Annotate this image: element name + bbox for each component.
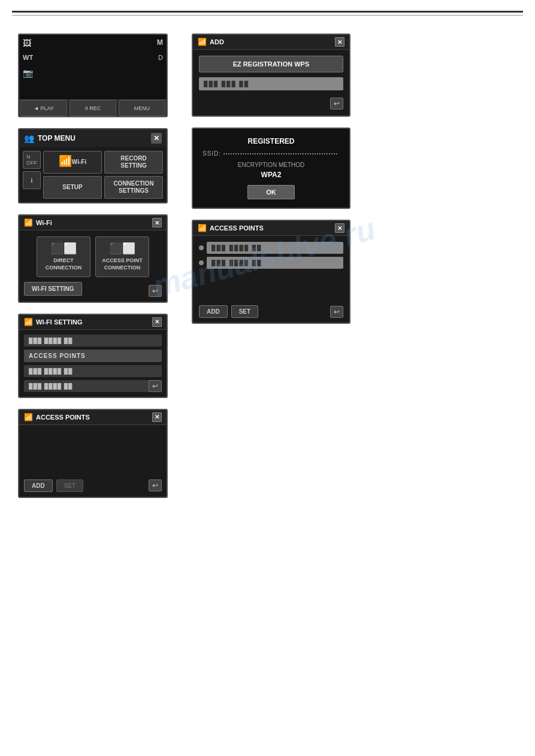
wifi-body: ⬛⬜ DIRECT CONNECTION ⬛⬜ ACCESS POINT CON… <box>19 230 167 302</box>
add-field[interactable]: ███ ███ ██ <box>199 77 343 90</box>
access-points-screen-right: 📶 ACCESS POINTS ✕ ███ ████ ██ ███ ████ █… <box>192 220 350 324</box>
ok-button[interactable]: OK <box>247 185 295 199</box>
wt-label: WT <box>23 54 33 61</box>
direct-connection-button[interactable]: ⬛⬜ DIRECT CONNECTION <box>37 236 90 277</box>
registered-screen: REGISTERED SSID: ENCRYPTION METHOD WPA2 … <box>192 127 350 209</box>
ssid-row: SSID: <box>202 150 340 157</box>
ap-icon: ⬛⬜ <box>99 242 145 256</box>
topmenu-close-button[interactable]: ✕ <box>151 133 162 144</box>
ap-add-button[interactable]: ADD <box>24 479 53 492</box>
topmenu-header: 👥 TOP MENU ✕ <box>19 129 167 147</box>
enc-value: WPA2 <box>261 171 282 179</box>
viewfinder-screen: 🖼 M WT D 📷 ◄ PLAY II REC MENU <box>18 34 168 117</box>
add-wifi-icon: 📶 <box>198 38 207 46</box>
wifi-cell-label: Wi-Fi <box>72 159 86 166</box>
ap-empty-area <box>24 430 162 475</box>
noff-icon: NOFF <box>26 154 37 166</box>
wifi-setting-button[interactable]: WI-FI SETTING <box>24 282 82 296</box>
left-column: 🖼 M WT D 📷 ◄ PLAY II REC MENU 👥 TOP MENU… <box>18 34 174 498</box>
ap-label: ACCESS POINT CONNECTION <box>99 257 145 271</box>
add-close-button[interactable]: ✕ <box>335 37 344 47</box>
wifi-header: 📶 Wi-Fi ✕ <box>19 215 167 230</box>
ap-left-body: ADD SET ↩ <box>19 425 167 497</box>
wifisetting-item2[interactable]: ACCESS POINTS <box>24 350 162 362</box>
wifi-screen: 📶 Wi-Fi ✕ ⬛⬜ DIRECT CONNECTION ⬛⬜ ACCESS… <box>18 214 168 303</box>
add-title: ADD <box>210 38 224 45</box>
topmenu-icon-noff[interactable]: NOFF <box>23 151 41 169</box>
connection-label: CONNECTION SETTINGS <box>113 180 153 195</box>
direct-icon: ⬛⬜ <box>41 242 86 256</box>
add-back-button[interactable]: ↩ <box>330 98 343 110</box>
apr-item2[interactable]: ███ ████ ██ <box>199 257 343 269</box>
topmenu-icon-info[interactable]: ℹ <box>23 171 41 189</box>
d-label: D <box>158 54 163 61</box>
apr-body: ███ ████ ██ ███ ████ ██ <box>193 236 349 302</box>
registered-title: REGISTERED <box>247 137 294 145</box>
topmenu-grid: 📶 Wi-Fi RECORD SETTING SETUP CONNECTION … <box>43 151 163 199</box>
wifi-buttons-row: ⬛⬜ DIRECT CONNECTION ⬛⬜ ACCESS POINT CON… <box>24 236 162 277</box>
wifisetting-back-button[interactable]: ↩ <box>149 380 162 392</box>
camera-icon: 📷 <box>23 68 33 78</box>
apr-set-button[interactable]: SET <box>231 305 258 318</box>
wifisetting-item3[interactable]: ███ ████ ██ <box>24 365 162 377</box>
topmenu-body: NOFF ℹ 📶 Wi-Fi RECORD SETTING SET <box>19 147 167 202</box>
image-icon: 🖼 <box>23 38 31 48</box>
ap-back-button[interactable]: ↩ <box>149 479 162 491</box>
play-button[interactable]: ◄ PLAY <box>20 100 67 116</box>
wifisetting-screen: 📶 WI-FI SETTING ✕ ███ ████ ██ ACCESS POI… <box>18 314 168 398</box>
topmenu-setup-cell[interactable]: SETUP <box>43 176 102 199</box>
record-label: RECORD SETTING <box>120 155 146 169</box>
wifisetting-item1[interactable]: ███ ████ ██ <box>24 335 162 347</box>
top-line2 <box>12 15 523 16</box>
topmenu-screen: 👥 TOP MENU ✕ NOFF ℹ 📶 Wi-Fi <box>18 128 168 204</box>
apr-bottom: ADD SET ↩ <box>193 302 349 323</box>
topmenu-title: TOP MENU <box>38 134 75 142</box>
direct-label: DIRECT CONNECTION <box>41 257 86 271</box>
ez-registration-button[interactable]: EZ REGISTRATION WPS <box>199 56 343 72</box>
apr-back-button[interactable]: ↩ <box>330 306 343 318</box>
apr-field2[interactable]: ███ ████ ██ <box>207 257 343 269</box>
add-header: 📶 ADD ✕ <box>193 35 349 50</box>
ap-set-button[interactable]: SET <box>56 479 83 492</box>
wifisetting-title: WI-FI SETTING <box>36 318 83 326</box>
wifisetting-item4[interactable]: ███ ████ ██ <box>24 380 158 392</box>
topmenu-connection-cell[interactable]: CONNECTION SETTINGS <box>104 176 163 199</box>
apr-title: ACCESS POINTS <box>210 224 264 232</box>
ap-left-close-button[interactable]: ✕ <box>152 412 162 422</box>
apr-bullet2 <box>199 260 204 265</box>
ap-left-title: ACCESS POINTS <box>36 414 90 421</box>
add-screen: 📶 ADD ✕ EZ REGISTRATION WPS ███ ███ ██ ↩ <box>192 34 350 117</box>
enc-method-label: ENCRYPTION METHOD <box>238 162 305 168</box>
apr-close-button[interactable]: ✕ <box>335 223 344 233</box>
apr-item1[interactable]: ███ ████ ██ <box>199 242 343 254</box>
wifisetting-body: ███ ████ ██ ACCESS POINTS ███ ████ ██ ██… <box>19 330 167 397</box>
topmenu-left-icons: NOFF ℹ <box>23 151 41 199</box>
wifi-back-button[interactable]: ↩ <box>149 285 162 297</box>
topmenu-cam-icon: 👥 <box>24 133 34 143</box>
ssid-label: SSID: <box>202 150 221 157</box>
wifi-header-icon: 📶 <box>24 218 33 227</box>
topmenu-wifi-cell[interactable]: 📶 Wi-Fi <box>43 151 102 174</box>
top-line <box>12 11 523 13</box>
apr-field1[interactable]: ███ ████ ██ <box>207 242 343 254</box>
ap-left-header: 📶 ACCESS POINTS ✕ <box>19 410 167 425</box>
apr-add-button[interactable]: ADD <box>199 305 228 318</box>
menu-button[interactable]: MENU <box>119 100 165 116</box>
apr-header: 📶 ACCESS POINTS ✕ <box>193 221 349 236</box>
ap-left-wifi-icon: 📶 <box>24 413 33 421</box>
m-label: M <box>157 38 163 47</box>
access-points-screen-left: 📶 ACCESS POINTS ✕ ADD SET ↩ <box>18 409 168 498</box>
info-icon: ℹ <box>31 177 33 184</box>
access-point-connection-button[interactable]: ⬛⬜ ACCESS POINT CONNECTION <box>95 236 149 277</box>
wifisetting-header: 📶 WI-FI SETTING ✕ <box>19 315 167 330</box>
wifi-close-button[interactable]: ✕ <box>152 218 162 227</box>
viewfinder-bottom-bar: ◄ PLAY II REC MENU <box>19 99 167 116</box>
topmenu-record-cell[interactable]: RECORD SETTING <box>104 151 163 174</box>
registered-body: REGISTERED SSID: ENCRYPTION METHOD WPA2 … <box>193 129 349 208</box>
wifisetting-close-button[interactable]: ✕ <box>152 317 162 327</box>
ssid-dots <box>223 153 337 154</box>
right-column: 📶 ADD ✕ EZ REGISTRATION WPS ███ ███ ██ ↩… <box>192 34 359 498</box>
rec-button[interactable]: II REC <box>69 100 116 116</box>
ap-bottom-row: ADD SET ↩ <box>24 479 162 492</box>
apr-bullet1 <box>199 245 204 250</box>
